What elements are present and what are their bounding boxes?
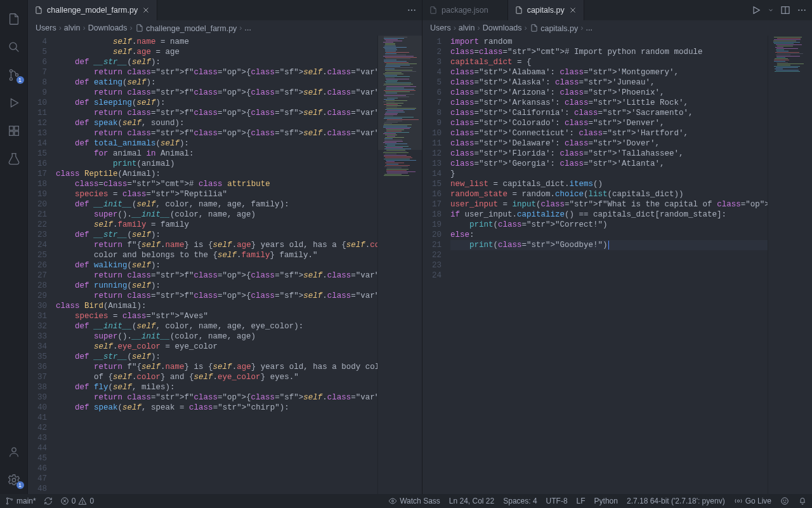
testing-icon[interactable]	[0, 145, 28, 173]
problems[interactable]: 0 0	[60, 497, 94, 505]
svg-point-27	[804, 10, 806, 11]
breadcrumb-segment[interactable]: Downloads	[483, 23, 522, 32]
svg-point-38	[782, 498, 789, 505]
accounts-icon[interactable]	[0, 438, 28, 466]
git-branch[interactable]: main*	[5, 497, 36, 505]
tab-label: package.json	[442, 6, 488, 15]
breadcrumbs-right[interactable]: Users › alvin › Downloads › capitals.py …	[422, 20, 812, 36]
tab[interactable]: capitals.py	[508, 0, 584, 20]
minimap[interactable]	[377, 36, 422, 494]
breadcrumbs-left[interactable]: Users › alvin › Downloads › challenge_mo…	[28, 20, 422, 36]
editor-actions-more-icon[interactable]	[407, 5, 417, 15]
svg-marker-5	[11, 99, 18, 107]
editor-left[interactable]: 4567891011121314151617181920212223242526…	[28, 36, 422, 494]
svg-marker-22	[754, 7, 759, 14]
go-live[interactable]: Go Live	[734, 497, 771, 505]
breadcrumb-segment[interactable]: ...	[245, 23, 251, 32]
python-interpreter[interactable]: 2.7.18 64-bit ('2.7.18': pyenv)	[627, 497, 725, 505]
svg-point-37	[737, 500, 740, 502]
encoding[interactable]: UTF-8	[546, 497, 568, 505]
search-icon[interactable]	[0, 33, 28, 61]
file-icon	[514, 6, 523, 15]
explorer-icon[interactable]	[0, 5, 28, 33]
run-file-icon[interactable]	[751, 5, 761, 15]
svg-point-36	[392, 500, 394, 502]
settings-badge: 1	[16, 481, 24, 489]
watch-sass[interactable]: Watch Sass	[388, 497, 440, 505]
svg-point-40	[785, 500, 786, 500]
line-gutter: 123456789101112131415161718192021222324	[422, 36, 450, 494]
svg-point-15	[408, 10, 409, 11]
run-debug-icon[interactable]	[0, 89, 28, 117]
file-icon	[429, 6, 438, 15]
activity-bar: 1 1	[0, 0, 28, 494]
svg-point-0	[10, 43, 16, 50]
close-icon[interactable]	[568, 6, 577, 15]
editor-region: challenge_model_farm.py Users › alvin › …	[28, 0, 812, 494]
status-bar: main* 0 0 Watch Sass Ln 24, Col 22 Space…	[0, 494, 812, 508]
file-icon	[34, 6, 43, 15]
tab-label: challenge_model_farm.py	[47, 6, 138, 15]
notifications-icon[interactable]	[798, 497, 807, 505]
svg-line-1	[15, 49, 18, 52]
tab[interactable]: package.json	[422, 0, 508, 20]
source-control-badge: 1	[16, 76, 24, 84]
language-mode[interactable]: Python	[594, 497, 618, 505]
svg-rect-9	[14, 126, 18, 130]
svg-point-11	[11, 448, 15, 451]
svg-point-25	[798, 10, 799, 11]
line-gutter: 4567891011121314151617181920212223242526…	[28, 36, 56, 494]
editor-actions-more-icon[interactable]	[797, 5, 807, 15]
feedback-icon[interactable]	[780, 497, 789, 505]
svg-point-28	[6, 498, 8, 499]
svg-rect-6	[9, 126, 13, 130]
minimap[interactable]	[768, 36, 812, 494]
breadcrumb-segment[interactable]: challenge_model_farm.py	[135, 23, 237, 33]
source-control-icon[interactable]: 1	[0, 61, 28, 89]
breadcrumb-segment[interactable]: capitals.py	[530, 23, 579, 33]
breadcrumb-segment[interactable]: Users	[36, 23, 56, 32]
tab[interactable]: challenge_model_farm.py	[28, 0, 157, 20]
breadcrumb-segment[interactable]: Downloads	[88, 23, 128, 32]
tab-label: capitals.py	[527, 6, 565, 15]
indent[interactable]: Spaces: 4	[503, 497, 537, 505]
tabs-right: package.jsoncapitals.py	[422, 0, 812, 20]
svg-point-26	[801, 10, 802, 11]
breadcrumb-segment[interactable]: ...	[586, 23, 592, 32]
sync-icon[interactable]	[44, 497, 53, 505]
editor-group-left: challenge_model_farm.py Users › alvin › …	[28, 0, 422, 494]
svg-rect-7	[9, 131, 13, 135]
close-icon[interactable]	[141, 6, 150, 15]
chevron-down-icon[interactable]	[768, 5, 774, 15]
extensions-icon[interactable]	[0, 117, 28, 145]
split-editor-icon[interactable]	[780, 5, 790, 15]
breadcrumb-segment[interactable]: alvin	[459, 23, 475, 32]
svg-point-4	[15, 74, 18, 76]
svg-point-35	[82, 502, 83, 503]
svg-point-17	[414, 10, 416, 11]
svg-point-12	[12, 478, 16, 482]
svg-rect-8	[14, 131, 18, 135]
breadcrumb-segment[interactable]: alvin	[64, 23, 81, 32]
svg-point-29	[6, 503, 8, 504]
editor-right[interactable]: 123456789101112131415161718192021222324 …	[422, 36, 812, 494]
settings-gear-icon[interactable]: 1	[0, 466, 28, 494]
eol[interactable]: LF	[577, 497, 586, 505]
cursor-position[interactable]: Ln 24, Col 22	[449, 497, 494, 505]
svg-point-2	[10, 70, 12, 72]
editor-group-right: package.jsoncapitals.py Users › alvin › …	[422, 0, 812, 494]
tabs-left: challenge_model_farm.py	[28, 0, 422, 20]
svg-point-39	[783, 500, 784, 500]
breadcrumb-segment[interactable]: Users	[430, 23, 451, 32]
svg-point-16	[411, 10, 412, 11]
svg-point-3	[10, 77, 12, 80]
